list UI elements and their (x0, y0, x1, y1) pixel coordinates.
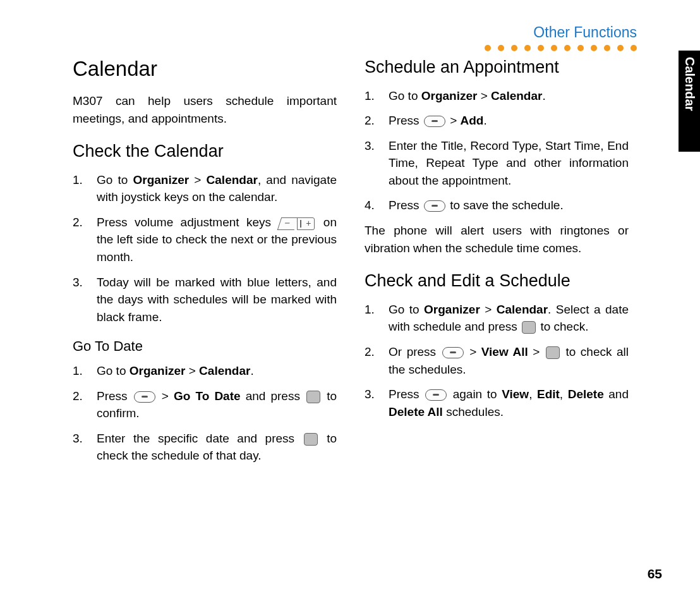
list-item: Enter the specific date and press to che… (73, 430, 337, 465)
check-list: Go to Organizer > Calendar, and navigate… (73, 171, 337, 326)
list-item: Press volume adjustment keys on the left… (73, 214, 337, 266)
list-item: Or press > View All > to check all the s… (365, 343, 629, 378)
page-title: Calendar (73, 57, 337, 81)
page-number: 65 (648, 566, 662, 582)
softkey-icon (424, 200, 445, 212)
list-item: Press again to View, Edit, Delete and De… (365, 386, 629, 420)
section-link: Other Functions (485, 24, 637, 41)
side-tab: Calendar (679, 51, 700, 152)
list-item: Go to Organizer > Calendar. (365, 87, 629, 105)
list-item: Press to save the schedule. (365, 197, 629, 214)
left-column: Calendar M307 can help users schedule im… (73, 57, 337, 472)
list-item: Today will be marked with blue letters, … (73, 274, 337, 326)
edit-list: Go to Organizer > Calendar. Select a dat… (365, 301, 629, 420)
softkey-icon (134, 391, 155, 403)
goto-list: Go to Organizer > Calendar. Press > Go T… (73, 362, 337, 465)
list-item: Go to Organizer > Calendar. (73, 362, 337, 380)
centerkey-icon (546, 346, 560, 359)
intro-text: M307 can help users schedule important m… (73, 92, 337, 127)
header-region: Other Functions (485, 24, 637, 51)
goto-heading: Go To Date (73, 338, 337, 355)
schedule-list: Go to Organizer > Calendar. Press > Add.… (365, 87, 629, 214)
decorative-dots (485, 45, 637, 51)
edit-heading: Check and Edit a Schedule (365, 271, 629, 292)
right-column: Schedule an Appointment Go to Organizer … (365, 57, 629, 472)
content-area: Calendar M307 can help users schedule im… (73, 57, 629, 472)
centerkey-icon (304, 433, 318, 446)
list-item: Go to Organizer > Calendar, and navigate… (73, 171, 337, 206)
softkey-icon (425, 389, 447, 401)
list-item: Press > Add. (365, 112, 629, 130)
side-tab-label: Calendar (682, 57, 697, 111)
check-heading: Check the Calendar (73, 141, 337, 162)
list-item: Press > Go To Date and press to confirm. (73, 387, 337, 422)
volume-keys-icon (279, 217, 315, 229)
softkey-icon (424, 116, 445, 127)
list-item: Go to Organizer > Calendar. Select a dat… (365, 301, 629, 336)
centerkey-icon (522, 321, 536, 334)
schedule-note: The phone will alert users with ringtone… (365, 222, 629, 257)
centerkey-icon (306, 391, 320, 403)
list-item: Enter the Title, Record Type, Start Time… (365, 137, 629, 190)
schedule-heading: Schedule an Appointment (365, 57, 629, 78)
softkey-icon (442, 347, 464, 358)
